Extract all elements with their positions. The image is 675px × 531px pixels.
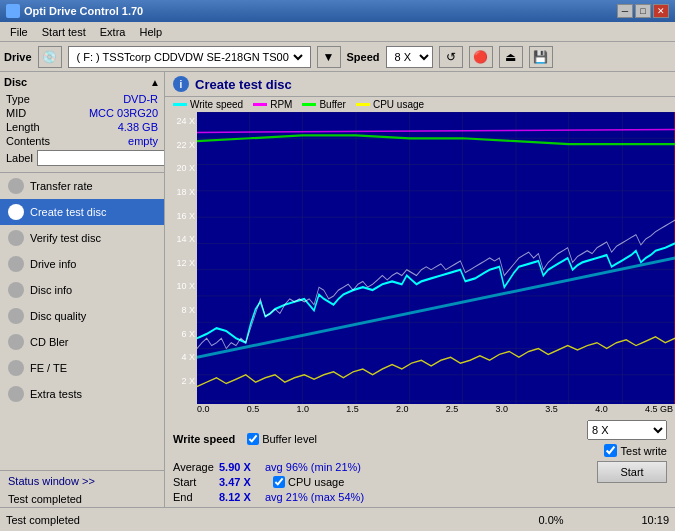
menu-help[interactable]: Help	[133, 24, 168, 40]
nav-disc-quality-label: Disc quality	[30, 310, 86, 322]
nav-transfer-rate[interactable]: Transfer rate	[0, 173, 164, 199]
y-20: 20 X	[176, 163, 195, 173]
buffer-level-checkbox[interactable]	[247, 433, 259, 445]
controls-row-1: Write speed Buffer level 8 X Test write	[173, 420, 667, 457]
stat-avg-desc: avg 96% (min 21%)	[265, 461, 361, 473]
disc-arrow-icon[interactable]: ▲	[150, 77, 160, 88]
chart-header: i Create test disc	[165, 72, 675, 97]
speed-label: Speed	[347, 51, 380, 63]
menu-file[interactable]: File	[4, 24, 34, 40]
titlebar: Opti Drive Control 1.70 ─ □ ✕	[0, 0, 675, 22]
buffer-legend-label: Buffer	[319, 99, 346, 110]
statusbar-progress: 0.0%	[491, 514, 611, 526]
app-icon	[6, 4, 20, 18]
nav-fe-te-label: FE / TE	[30, 362, 67, 374]
nav-fe-te[interactable]: FE / TE	[0, 355, 164, 381]
menu-start-test[interactable]: Start test	[36, 24, 92, 40]
disc-type-label: Type	[6, 93, 30, 105]
status-section: Status window >> Test completed	[0, 470, 164, 507]
nav-transfer-rate-label: Transfer rate	[30, 180, 93, 192]
stats-left: Average 5.90 X avg 96% (min 21%) Start 3…	[173, 461, 364, 503]
y-18: 18 X	[176, 187, 195, 197]
y-10: 10 X	[176, 281, 195, 291]
menu-extra[interactable]: Extra	[94, 24, 132, 40]
y-6: 6 X	[181, 329, 195, 339]
stat-end-label: End	[173, 491, 211, 503]
title-area: Opti Drive Control 1.70	[6, 4, 143, 18]
stat-avg-label: Average	[173, 461, 211, 473]
speed-select-area: 8 X	[386, 46, 433, 68]
save-btn[interactable]: 💾	[529, 46, 553, 68]
nav-disc-quality[interactable]: Disc quality	[0, 303, 164, 329]
start-btn-area: Start	[597, 461, 667, 483]
stat-end: End 8.12 X avg 21% (max 54%)	[173, 491, 364, 503]
close-button[interactable]: ✕	[653, 4, 669, 18]
buffer-level-checkbox-item: Buffer level	[247, 433, 317, 445]
x-2.0: 2.0	[396, 404, 409, 414]
stat-end-desc: avg 21% (max 54%)	[265, 491, 364, 503]
y-16: 16 X	[176, 211, 195, 221]
cpu-legend-color	[356, 103, 370, 106]
main-area: Disc ▲ Type DVD-R MID MCC 03RG20 Length …	[0, 72, 675, 507]
nav-extra-tests[interactable]: Extra tests	[0, 381, 164, 407]
maximize-button[interactable]: □	[635, 4, 651, 18]
nav-extra-tests-label: Extra tests	[30, 388, 82, 400]
stat-start-label: Start	[173, 476, 211, 488]
speed-dropdown[interactable]: 8 X	[387, 50, 432, 64]
create-test-disc-icon	[8, 204, 24, 220]
y-8: 8 X	[181, 305, 195, 315]
chart-canvas	[197, 112, 675, 404]
x-2.5: 2.5	[446, 404, 459, 414]
y-24: 24 X	[176, 116, 195, 126]
x-3.0: 3.0	[496, 404, 509, 414]
eject-btn[interactable]: ⏏	[499, 46, 523, 68]
write-speed-label: Write speed	[173, 433, 235, 445]
cpu-usage-checkbox-item: CPU usage	[273, 476, 344, 488]
refresh-btn[interactable]: ↺	[439, 46, 463, 68]
x-4.5: 4.5 GB	[645, 404, 673, 414]
speed-select-bottom[interactable]: 8 X	[587, 420, 667, 440]
test-write-label: Test write	[621, 445, 667, 457]
stat-start: Start 3.47 X CPU usage	[173, 476, 364, 488]
cpu-legend-label: CPU usage	[373, 99, 424, 110]
cd-bler-icon	[8, 334, 24, 350]
y-2: 2 X	[181, 376, 195, 386]
x-3.5: 3.5	[545, 404, 558, 414]
drive-dropdown[interactable]: ( F: ) TSSTcorp CDDVDW SE-218GN TS00	[73, 50, 306, 64]
status-window-header[interactable]: Status window >>	[0, 471, 164, 491]
nav-create-test-disc[interactable]: Create test disc	[0, 199, 164, 225]
transfer-rate-icon	[8, 178, 24, 194]
rpm-legend-color	[253, 103, 267, 106]
statusbar-time: 10:19	[619, 514, 669, 526]
test-write-checkbox[interactable]	[604, 444, 617, 457]
disc-label-input[interactable]	[37, 150, 165, 166]
bottom-controls: Write speed Buffer level 8 X Test write	[165, 416, 675, 507]
drive-arrow-btn[interactable]: ▼	[317, 46, 341, 68]
start-button[interactable]: Start	[597, 461, 667, 483]
drive-label: Drive	[4, 51, 32, 63]
y-22: 22 X	[176, 140, 195, 150]
chart-title: Create test disc	[195, 77, 292, 92]
x-4.0: 4.0	[595, 404, 608, 414]
legend-write-speed: Write speed	[173, 99, 243, 110]
minimize-button[interactable]: ─	[617, 4, 633, 18]
nav-cd-bler-label: CD Bler	[30, 336, 69, 348]
erase-btn[interactable]: 🔴	[469, 46, 493, 68]
nav-verify-test-disc[interactable]: Verify test disc	[0, 225, 164, 251]
legend-buffer: Buffer	[302, 99, 346, 110]
nav-drive-info[interactable]: Drive info	[0, 251, 164, 277]
disc-type-value: DVD-R	[123, 93, 158, 105]
nav-disc-info[interactable]: Disc info	[0, 277, 164, 303]
cpu-usage-checkbox[interactable]	[273, 476, 285, 488]
stat-end-value: 8.12 X	[219, 491, 257, 503]
menubar: File Start test Extra Help	[0, 22, 675, 42]
nav-create-test-disc-label: Create test disc	[30, 206, 106, 218]
write-speed-legend-color	[173, 103, 187, 106]
disc-contents-value: empty	[128, 135, 158, 147]
nav-cd-bler[interactable]: CD Bler	[0, 329, 164, 355]
verify-test-disc-icon	[8, 230, 24, 246]
drive-icon-btn[interactable]: 💿	[38, 46, 62, 68]
buffer-legend-color	[302, 103, 316, 106]
stat-avg-value: 5.90 X	[219, 461, 257, 473]
x-axis: 0.0 0.5 1.0 1.5 2.0 2.5 3.0 3.5 4.0 4.5 …	[165, 404, 675, 416]
